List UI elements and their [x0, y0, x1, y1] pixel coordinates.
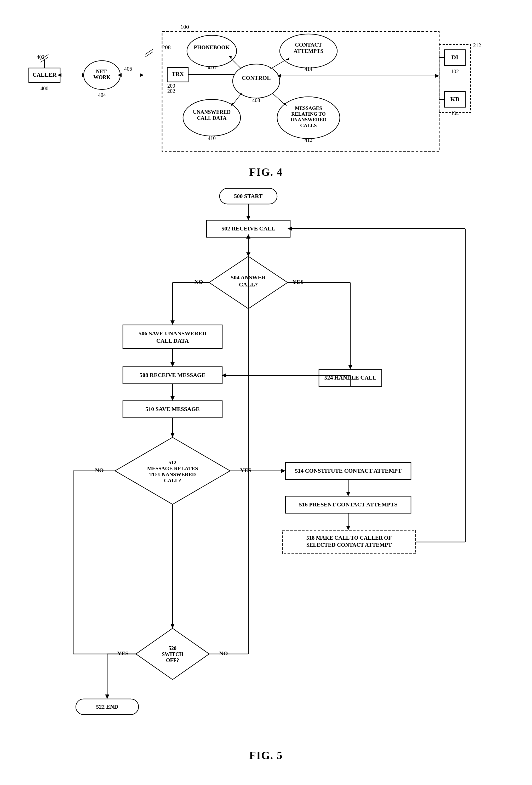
svg-marker-123 — [281, 469, 286, 473]
svg-text:KB: KB — [450, 96, 459, 103]
svg-text:CALLS: CALLS — [300, 123, 317, 128]
svg-text:SELECTED CONTACT ATTEMPT: SELECTED CONTACT ATTEMPT — [307, 542, 392, 548]
svg-point-33 — [187, 35, 237, 67]
svg-text:ATTEMPTS: ATTEMPTS — [294, 48, 323, 54]
svg-text:RELATING TO: RELATING TO — [291, 111, 325, 117]
svg-text:WORK: WORK — [93, 74, 111, 80]
svg-text:NO: NO — [219, 650, 228, 657]
svg-text:200: 200 — [167, 83, 175, 89]
svg-text:520: 520 — [169, 645, 177, 651]
svg-text:510 SAVE MESSAGE: 510 SAVE MESSAGE — [145, 406, 200, 412]
svg-text:414: 414 — [304, 66, 312, 72]
svg-marker-94 — [170, 362, 175, 367]
svg-text:408: 408 — [252, 97, 260, 103]
svg-text:UNANSWERED: UNANSWERED — [193, 109, 231, 115]
svg-text:104: 104 — [451, 110, 459, 116]
svg-text:NO: NO — [194, 279, 203, 285]
svg-marker-131 — [346, 526, 350, 530]
svg-line-20 — [145, 49, 153, 54]
svg-text:516 PRESENT CONTACT ATTEMPTS: 516 PRESENT CONTACT ATTEMPTS — [299, 501, 398, 508]
svg-marker-127 — [346, 492, 350, 496]
svg-text:CONTACT: CONTACT — [295, 42, 322, 48]
svg-text:TRX: TRX — [172, 71, 184, 77]
svg-text:522 END: 522 END — [96, 703, 118, 710]
svg-text:512: 512 — [169, 460, 177, 465]
svg-text:CALLER: CALLER — [32, 71, 57, 78]
svg-text:DI: DI — [451, 54, 458, 61]
svg-marker-149 — [105, 694, 109, 699]
svg-text:502 RECEIVE CALL: 502 RECEIVE CALL — [221, 225, 275, 232]
svg-text:406: 406 — [124, 66, 132, 72]
svg-text:102: 102 — [451, 69, 459, 74]
svg-text:TO UNANSWERED: TO UNANSWERED — [149, 472, 196, 477]
fig4-container: CALLER 400 402 NET- WORK 404 406 — [21, 16, 511, 168]
svg-marker-15 — [140, 73, 144, 77]
svg-text:UNANSWERED: UNANSWERED — [290, 117, 326, 122]
svg-text:506 SAVE UNANSWERED: 506 SAVE UNANSWERED — [139, 330, 207, 337]
svg-text:CALL?: CALL? — [164, 478, 181, 483]
svg-marker-89 — [170, 321, 175, 325]
svg-text:PHONEBOOK: PHONEBOOK — [194, 44, 230, 50]
svg-marker-106 — [170, 396, 175, 401]
svg-text:416: 416 — [208, 65, 216, 70]
svg-marker-99 — [348, 365, 352, 369]
svg-text:212: 212 — [473, 42, 481, 48]
svg-rect-90 — [123, 325, 222, 349]
page: CALLER 400 402 NET- WORK 404 406 — [0, 0, 532, 785]
svg-point-30 — [233, 64, 280, 98]
svg-text:YES: YES — [293, 279, 304, 285]
svg-text:100: 100 — [180, 24, 189, 30]
svg-text:508 RECEIVE MESSAGE: 508 RECEIVE MESSAGE — [140, 372, 206, 378]
svg-text:YES: YES — [117, 650, 129, 657]
svg-text:208: 208 — [162, 44, 171, 50]
svg-marker-77 — [246, 216, 250, 220]
svg-text:402: 402 — [36, 54, 45, 60]
svg-text:CONTROL: CONTROL — [242, 75, 271, 81]
svg-text:NO: NO — [95, 467, 104, 474]
svg-text:CALL DATA: CALL DATA — [156, 337, 189, 344]
svg-text:514 CONSTITUTE CONTACT ATTEMPT: 514 CONSTITUTE CONTACT ATTEMPT — [295, 467, 402, 474]
svg-text:YES: YES — [240, 467, 251, 474]
svg-text:400: 400 — [41, 85, 48, 91]
svg-marker-140 — [170, 624, 175, 628]
svg-text:500 START: 500 START — [234, 193, 263, 199]
svg-text:518 MAKE CALL TO CALLER OF: 518 MAKE CALL TO CALLER OF — [307, 535, 392, 541]
fig5-container: 500 START 502 RECEIVE CALL 504 ANSWER CA… — [21, 183, 511, 759]
svg-text:MESSAGE RELATES: MESSAGE RELATES — [147, 465, 198, 471]
svg-text:MESSAGES: MESSAGES — [295, 105, 322, 111]
svg-text:412: 412 — [304, 137, 312, 143]
fig5-title: FIG. 5 — [21, 749, 511, 762]
svg-marker-110 — [170, 433, 175, 437]
svg-text:404: 404 — [98, 92, 106, 98]
svg-text:OFF?: OFF? — [166, 657, 179, 663]
svg-text:SWITCH: SWITCH — [162, 651, 184, 657]
svg-text:CALL DATA: CALL DATA — [197, 115, 227, 121]
svg-text:NET-: NET- — [96, 69, 108, 74]
svg-text:202: 202 — [167, 88, 175, 94]
svg-text:410: 410 — [208, 135, 216, 141]
fig4-title: FIG. 4 — [21, 166, 511, 178]
